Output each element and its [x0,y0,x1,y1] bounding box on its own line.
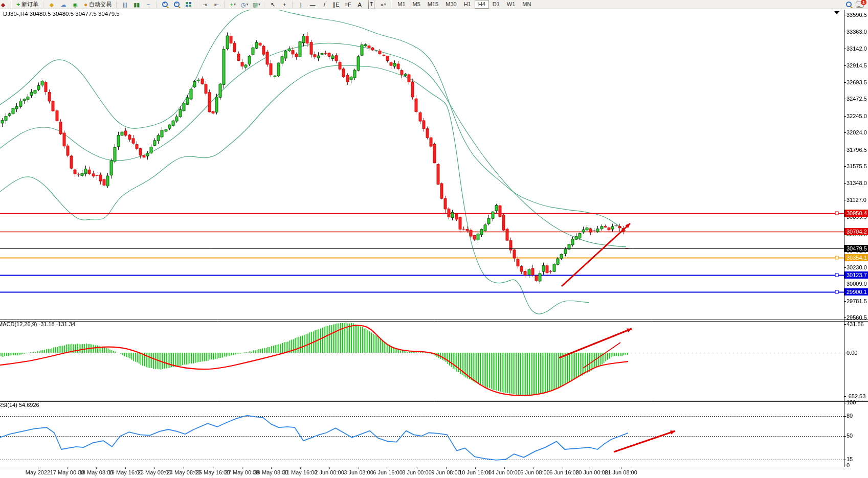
signals-icon[interactable]: ◉ [70,1,81,8]
auto-scroll-icon[interactable]: ⇥ [199,1,210,8]
equidistant-channel-icon[interactable]: ∥E [330,1,342,8]
text-label-icon[interactable]: T [366,1,377,8]
periods-button[interactable]: ◷▾ [239,1,250,8]
timeframe-button-m5[interactable]: M5 [409,0,424,9]
text-icon[interactable]: A [354,1,365,8]
mt4-trading-window: ◆+新订单◆☁◉●自动交易|||▮▮~+−⇥⇤+▾◷▾▨▾↖+|—/∥E≡FAT… [0,0,868,478]
fibonacci-icon[interactable]: ≡F [342,1,353,8]
timeframe-button-h1[interactable]: H1 [460,0,475,9]
indicators-button[interactable]: +▾ [227,1,238,8]
toolbar-separator [292,1,293,8]
timeframe-group: M1M5M15M30H1H4D1W1MN [394,0,535,9]
chart-shift-icon[interactable]: ⇤ [211,1,222,8]
vertical-line-icon[interactable]: | [295,1,306,8]
trendline-icon[interactable]: / [319,1,330,8]
timeframe-button-m15[interactable]: M15 [424,0,442,9]
timeframe-button-m1[interactable]: M1 [394,0,409,9]
horizontal-line-icon[interactable]: — [307,1,318,8]
autotrading-button-icon: ● [84,1,87,8]
timeframe-button-m30[interactable]: M30 [442,0,460,9]
toolbar-separator [391,1,392,8]
autotrading-button[interactable]: ●自动交易 [81,1,114,8]
navigator-icon[interactable]: ☁ [58,1,69,8]
timeframe-button-h4[interactable]: H4 [475,0,489,9]
toolbar-separator [264,1,265,8]
timeframe-button-w1[interactable]: W1 [503,0,519,9]
crosshair-icon[interactable]: + [279,1,290,8]
tile-windows-icon[interactable] [183,1,194,8]
autotrading-button-label: 自动交易 [89,1,112,8]
new-order-button-icon: + [16,1,20,8]
macd-indicator-label: MACD(12,26,9) -31.18 -131.34 [0,321,75,327]
app-icon[interactable]: ◆ [0,1,9,8]
line-chart-icon[interactable]: ~ [143,1,154,8]
chat-icon[interactable]: 1 [855,1,868,8]
timeframe-button-d1[interactable]: D1 [489,0,503,9]
templates-button[interactable]: ▨▾ [251,1,262,8]
chart-canvas[interactable] [0,0,868,478]
candlestick-icon[interactable]: ▮▮ [131,1,142,8]
ohlc-bars-icon[interactable]: ||| [119,1,130,8]
chart-title-ohlc: DJ30-,H4 30480.5 30480.5 30477.5 30479.5 [3,11,120,17]
toolbar-separator [224,1,225,8]
main-toolbar: ◆+新订单◆☁◉●自动交易|||▮▮~+−⇥⇤+▾◷▾▨▾↖+|—/∥E≡FAT… [0,0,868,9]
new-order-button-label: 新订单 [21,1,38,8]
toolbar-separator [11,1,12,8]
search-icon[interactable] [843,1,854,8]
toolbar-separator [196,1,197,8]
zoom-in-icon[interactable]: + [159,1,170,8]
zoom-out-icon[interactable]: − [171,1,182,8]
cursor-icon[interactable]: ↖ [267,1,278,8]
toolbar-separator [43,1,44,8]
toolbar-separator [116,1,117,8]
new-order-button[interactable]: +新订单 [14,1,41,8]
arrows-icon[interactable]: »▾ [377,1,389,8]
toolbar-separator [156,1,157,8]
market-watch-icon[interactable]: ◆ [46,1,57,8]
timeframe-button-mn[interactable]: MN [519,0,535,9]
notification-badge: 1 [861,0,866,5]
rsi-indicator-label: RSI(14) 54.6926 [0,402,39,408]
